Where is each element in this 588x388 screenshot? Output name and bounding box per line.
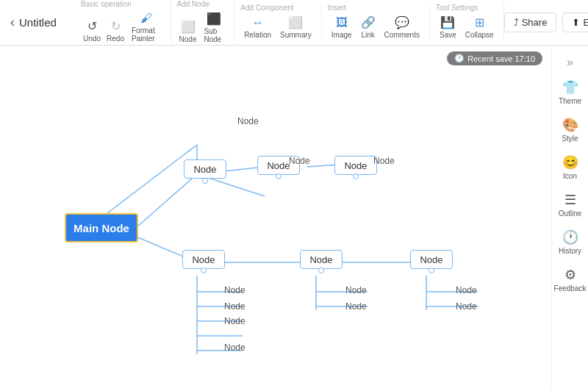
sidebar-collapse-button[interactable]: » [552, 51, 588, 73]
right-sidebar: » 👕 Theme 🎨 Style 😊 Icon ☰ Outline 🕐 His… [551, 46, 588, 388]
back-button[interactable]: ‹ [6, 12, 19, 33]
node-box-3[interactable]: Node [334, 156, 377, 175]
document-title: Untitled [19, 16, 63, 29]
sub-node-button[interactable]: ⬛ Sub Node [201, 10, 229, 46]
node-4-label: Node [192, 254, 215, 265]
sidebar-style[interactable]: 🎨 Style [552, 111, 588, 148]
group-items-basic: ↺ Undo ↻ Redo 🖌 Format Painter [81, 10, 165, 45]
relation-label: Relation [244, 31, 271, 39]
collapse-label: Collapse [465, 31, 494, 39]
share-button[interactable]: ⤴ Share [504, 12, 557, 32]
undo-button[interactable]: ↺ Undo [81, 17, 103, 45]
recent-save-badge: 🕐 Recent save 17:10 [447, 51, 542, 65]
comments-icon: 💬 [395, 15, 409, 29]
node-label-right-2: Node [456, 301, 477, 312]
node-label: Node [179, 35, 197, 43]
format-painter-icon: 🖌 [140, 12, 152, 25]
icon-label: Icon [563, 172, 577, 180]
node-dot-6 [429, 267, 434, 273]
node-label-top: Node [237, 116, 259, 126]
theme-icon: 👕 [562, 79, 578, 96]
node-label-lower-4: Node [224, 342, 245, 353]
main-node-label: Main Node [74, 222, 129, 234]
node-dot-3 [353, 173, 359, 179]
node-1-label: Node [193, 164, 216, 175]
svg-line-0 [136, 174, 197, 228]
toolbar-group-basic: Basic operation ↺ Undo ↻ Redo 🖌 Format P… [75, 0, 171, 45]
node-dot-1 [202, 178, 208, 184]
comments-button[interactable]: 💬 Comments [381, 13, 423, 41]
history-label: History [559, 247, 581, 255]
save-label: Save [440, 31, 456, 39]
summary-label: Summary [280, 31, 312, 39]
feedback-icon: ⚙ [564, 267, 576, 283]
history-icon: 🕐 [562, 229, 578, 245]
node-5-label: Node [309, 254, 332, 265]
link-button[interactable]: 🔗 Link [357, 13, 379, 41]
summary-button[interactable]: ⬜ Summary [276, 13, 315, 41]
clock-icon: 🕐 [454, 54, 465, 63]
redo-icon: ↻ [111, 19, 121, 33]
node-dot-5 [318, 267, 324, 273]
node-dot-2 [276, 173, 282, 179]
canvas[interactable]: 🕐 Recent save 17:10 [0, 46, 551, 388]
group-label-basic: Basic operation [81, 0, 132, 8]
node-icon: ⬜ [181, 20, 196, 34]
relation-button[interactable]: ↔ Relation [240, 14, 275, 41]
undo-icon: ↺ [87, 19, 97, 33]
node-dot-4 [201, 267, 207, 273]
link-icon: 🔗 [361, 15, 376, 29]
link-label: Link [361, 31, 374, 39]
node-label-1: Node [289, 156, 310, 166]
group-label-insert: Insert [328, 4, 346, 12]
node-label-mid-1: Node [345, 285, 367, 295]
summary-icon: ⬜ [288, 15, 303, 29]
icon-icon: 😊 [562, 154, 578, 170]
sub-node-label: Sub Node [204, 27, 225, 43]
format-painter-button[interactable]: 🖌 Format Painter [128, 10, 165, 45]
collapse-button[interactable]: ⊞ Collapse [462, 13, 498, 41]
sidebar-icon[interactable]: 😊 Icon [552, 148, 588, 186]
node-box-4[interactable]: Node [182, 250, 225, 269]
image-button[interactable]: 🖼 Image [328, 14, 356, 41]
recent-save-text: Recent save 17:10 [467, 54, 535, 63]
node-label-1b: Node [373, 156, 395, 166]
export-button[interactable]: ⬆ Export [562, 12, 588, 32]
share-label: Share [522, 17, 548, 28]
share-icon: ⤴ [514, 17, 519, 28]
group-items-insert: 🖼 Image 🔗 Link 💬 Comments [328, 13, 423, 41]
image-icon: 🖼 [336, 16, 348, 29]
node-box-1[interactable]: Node [184, 159, 226, 179]
outline-icon: ☰ [564, 192, 576, 208]
main-area: 🕐 Recent save 17:10 [0, 46, 588, 388]
header: ‹ Untitled Basic operation ↺ Undo ↻ Redo… [0, 0, 588, 46]
node-3-label: Node [344, 160, 367, 171]
group-items-tools: 💾 Save ⊞ Collapse [436, 13, 498, 41]
format-painter-label: Format Painter [132, 26, 161, 43]
save-icon: 💾 [440, 15, 455, 29]
node-label-right-1: Node [456, 285, 477, 295]
save-button[interactable]: 💾 Save [436, 13, 460, 41]
sidebar-history[interactable]: 🕐 History [552, 223, 588, 261]
node-label-lower-2: Node [224, 301, 245, 312]
node-box-5[interactable]: Node [300, 250, 343, 269]
node-2-label: Node [267, 160, 290, 171]
relation-icon: ↔ [252, 16, 264, 29]
redo-button[interactable]: ↻ Redo [104, 17, 126, 45]
sidebar-outline[interactable]: ☰ Outline [552, 186, 588, 223]
export-icon: ⬆ [572, 17, 580, 28]
collapse-icon: ⊞ [475, 15, 484, 29]
style-icon: 🎨 [562, 117, 578, 133]
node-box-6[interactable]: Node [410, 250, 453, 269]
collapse-chevron-icon: » [567, 56, 573, 69]
toolbar-group-insert: Insert 🖼 Image 🔗 Link 💬 Comments [322, 4, 430, 41]
theme-label: Theme [559, 97, 581, 105]
main-node[interactable]: Main Node [65, 213, 138, 242]
node-6-label: Node [420, 254, 442, 265]
node-button[interactable]: ⬜ Node [177, 18, 199, 46]
node-label-mid-2: Node [345, 301, 367, 312]
sidebar-theme[interactable]: 👕 Theme [552, 73, 588, 111]
sidebar-feedback[interactable]: ⚙ Feedback [552, 261, 588, 298]
group-label-tools: Tool Settings [436, 4, 478, 12]
export-label: Export [583, 17, 588, 28]
